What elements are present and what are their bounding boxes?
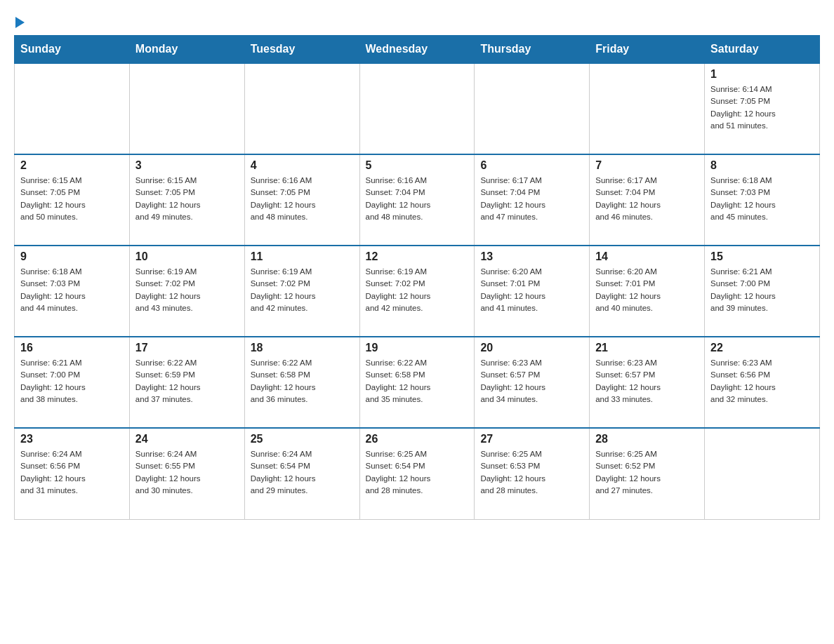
day-number: 9 (20, 250, 124, 263)
day-number: 25 (251, 433, 354, 445)
day-info: Sunrise: 6:20 AMSunset: 7:01 PMDaylight:… (480, 266, 583, 314)
day-info: Sunrise: 6:25 AMSunset: 6:53 PMDaylight:… (480, 448, 583, 497)
weekday-header-thursday: Thursday (475, 36, 590, 64)
day-info: Sunrise: 6:15 AMSunset: 7:05 PMDaylight:… (20, 175, 124, 223)
calendar-header-row: SundayMondayTuesdayWednesdayThursdayFrid… (15, 36, 820, 64)
weekday-header-friday: Friday (590, 36, 705, 64)
calendar-cell: 15Sunrise: 6:21 AMSunset: 7:00 PMDayligh… (705, 246, 820, 337)
calendar-cell: 6Sunrise: 6:17 AMSunset: 7:04 PMDaylight… (475, 154, 590, 246)
day-number: 27 (480, 433, 583, 445)
calendar-cell: 26Sunrise: 6:25 AMSunset: 6:54 PMDayligh… (359, 428, 475, 519)
day-info: Sunrise: 6:22 AMSunset: 6:58 PMDaylight:… (251, 357, 354, 405)
day-info: Sunrise: 6:15 AMSunset: 7:05 PMDaylight:… (135, 175, 239, 223)
calendar-cell: 4Sunrise: 6:16 AMSunset: 7:05 PMDaylight… (244, 154, 359, 246)
day-number: 17 (135, 342, 239, 354)
day-number: 21 (595, 342, 699, 354)
weekday-header-saturday: Saturday (705, 36, 820, 64)
calendar-week-row: 1Sunrise: 6:14 AMSunset: 7:05 PMDaylight… (15, 63, 820, 154)
day-number: 16 (20, 342, 124, 354)
calendar-cell: 2Sunrise: 6:15 AMSunset: 7:05 PMDaylight… (15, 154, 130, 246)
day-info: Sunrise: 6:19 AMSunset: 7:02 PMDaylight:… (251, 266, 354, 314)
calendar-cell: 14Sunrise: 6:20 AMSunset: 7:01 PMDayligh… (590, 246, 705, 337)
day-number: 12 (366, 250, 469, 263)
calendar-week-row: 23Sunrise: 6:24 AMSunset: 6:56 PMDayligh… (15, 428, 820, 519)
day-info: Sunrise: 6:19 AMSunset: 7:02 PMDaylight:… (366, 266, 469, 314)
calendar-cell: 8Sunrise: 6:18 AMSunset: 7:03 PMDaylight… (705, 154, 820, 246)
day-info: Sunrise: 6:19 AMSunset: 7:02 PMDaylight:… (135, 266, 239, 314)
day-number: 15 (710, 250, 814, 263)
day-info: Sunrise: 6:23 AMSunset: 6:57 PMDaylight:… (480, 357, 583, 405)
day-info: Sunrise: 6:22 AMSunset: 6:58 PMDaylight:… (366, 357, 469, 405)
calendar-cell: 17Sunrise: 6:22 AMSunset: 6:59 PMDayligh… (129, 337, 244, 428)
day-info: Sunrise: 6:24 AMSunset: 6:56 PMDaylight:… (20, 448, 124, 497)
weekday-header-tuesday: Tuesday (244, 36, 359, 64)
day-info: Sunrise: 6:18 AMSunset: 7:03 PMDaylight:… (710, 175, 814, 223)
day-number: 24 (135, 433, 239, 445)
logo (14, 14, 25, 28)
calendar-cell: 19Sunrise: 6:22 AMSunset: 6:58 PMDayligh… (359, 337, 475, 428)
day-info: Sunrise: 6:17 AMSunset: 7:04 PMDaylight:… (595, 175, 699, 223)
day-info: Sunrise: 6:25 AMSunset: 6:54 PMDaylight:… (366, 448, 469, 497)
calendar-cell: 7Sunrise: 6:17 AMSunset: 7:04 PMDaylight… (590, 154, 705, 246)
calendar-cell (359, 63, 475, 154)
day-number: 7 (595, 159, 699, 172)
calendar-cell: 22Sunrise: 6:23 AMSunset: 6:56 PMDayligh… (705, 337, 820, 428)
day-info: Sunrise: 6:21 AMSunset: 7:00 PMDaylight:… (710, 266, 814, 314)
day-info: Sunrise: 6:23 AMSunset: 6:57 PMDaylight:… (595, 357, 699, 405)
calendar-cell: 27Sunrise: 6:25 AMSunset: 6:53 PMDayligh… (475, 428, 590, 519)
day-number: 18 (251, 342, 354, 354)
day-number: 13 (480, 250, 583, 263)
day-number: 6 (480, 159, 583, 172)
calendar-table: SundayMondayTuesdayWednesdayThursdayFrid… (14, 35, 820, 520)
day-info: Sunrise: 6:24 AMSunset: 6:55 PMDaylight:… (135, 448, 239, 497)
day-number: 10 (135, 250, 239, 263)
weekday-header-monday: Monday (129, 36, 244, 64)
calendar-cell: 5Sunrise: 6:16 AMSunset: 7:04 PMDaylight… (359, 154, 475, 246)
calendar-week-row: 2Sunrise: 6:15 AMSunset: 7:05 PMDaylight… (15, 154, 820, 246)
day-number: 22 (710, 342, 814, 354)
day-info: Sunrise: 6:14 AMSunset: 7:05 PMDaylight:… (710, 83, 814, 132)
day-info: Sunrise: 6:20 AMSunset: 7:01 PMDaylight:… (595, 266, 699, 314)
day-info: Sunrise: 6:16 AMSunset: 7:05 PMDaylight:… (251, 175, 354, 223)
calendar-cell: 24Sunrise: 6:24 AMSunset: 6:55 PMDayligh… (129, 428, 244, 519)
day-number: 5 (366, 159, 469, 172)
calendar-cell: 23Sunrise: 6:24 AMSunset: 6:56 PMDayligh… (15, 428, 130, 519)
calendar-cell (244, 63, 359, 154)
calendar-cell: 25Sunrise: 6:24 AMSunset: 6:54 PMDayligh… (244, 428, 359, 519)
day-info: Sunrise: 6:17 AMSunset: 7:04 PMDaylight:… (480, 175, 583, 223)
day-info: Sunrise: 6:23 AMSunset: 6:56 PMDaylight:… (710, 357, 814, 405)
calendar-cell: 1Sunrise: 6:14 AMSunset: 7:05 PMDaylight… (705, 63, 820, 154)
calendar-cell (129, 63, 244, 154)
day-number: 3 (135, 159, 239, 172)
calendar-week-row: 9Sunrise: 6:18 AMSunset: 7:03 PMDaylight… (15, 246, 820, 337)
calendar-cell: 20Sunrise: 6:23 AMSunset: 6:57 PMDayligh… (475, 337, 590, 428)
day-info: Sunrise: 6:18 AMSunset: 7:03 PMDaylight:… (20, 266, 124, 314)
day-info: Sunrise: 6:16 AMSunset: 7:04 PMDaylight:… (366, 175, 469, 223)
day-number: 8 (710, 159, 814, 172)
day-info: Sunrise: 6:24 AMSunset: 6:54 PMDaylight:… (251, 448, 354, 497)
weekday-header-wednesday: Wednesday (359, 36, 475, 64)
day-number: 14 (595, 250, 699, 263)
day-info: Sunrise: 6:22 AMSunset: 6:59 PMDaylight:… (135, 357, 239, 405)
calendar-cell: 3Sunrise: 6:15 AMSunset: 7:05 PMDaylight… (129, 154, 244, 246)
day-number: 4 (251, 159, 354, 172)
page-header (14, 14, 820, 28)
day-number: 2 (20, 159, 124, 172)
calendar-cell: 10Sunrise: 6:19 AMSunset: 7:02 PMDayligh… (129, 246, 244, 337)
calendar-cell: 12Sunrise: 6:19 AMSunset: 7:02 PMDayligh… (359, 246, 475, 337)
calendar-cell: 13Sunrise: 6:20 AMSunset: 7:01 PMDayligh… (475, 246, 590, 337)
calendar-cell (475, 63, 590, 154)
calendar-cell: 18Sunrise: 6:22 AMSunset: 6:58 PMDayligh… (244, 337, 359, 428)
day-number: 19 (366, 342, 469, 354)
weekday-header-sunday: Sunday (15, 36, 130, 64)
day-number: 23 (20, 433, 124, 445)
day-number: 11 (251, 250, 354, 263)
calendar-cell: 11Sunrise: 6:19 AMSunset: 7:02 PMDayligh… (244, 246, 359, 337)
calendar-cell: 9Sunrise: 6:18 AMSunset: 7:03 PMDaylight… (15, 246, 130, 337)
day-info: Sunrise: 6:25 AMSunset: 6:52 PMDaylight:… (595, 448, 699, 497)
calendar-cell: 16Sunrise: 6:21 AMSunset: 7:00 PMDayligh… (15, 337, 130, 428)
day-number: 26 (366, 433, 469, 445)
day-number: 1 (710, 68, 814, 81)
day-number: 28 (595, 433, 699, 445)
calendar-week-row: 16Sunrise: 6:21 AMSunset: 7:00 PMDayligh… (15, 337, 820, 428)
